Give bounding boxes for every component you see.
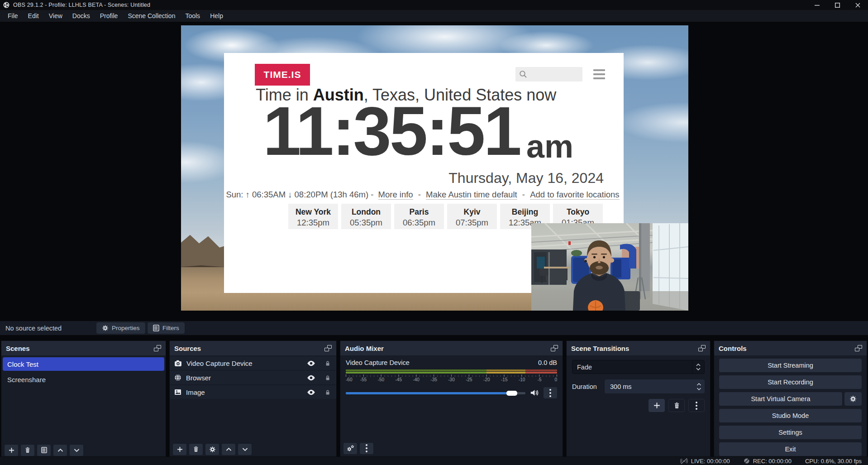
add-transition-button[interactable] [649, 399, 665, 412]
double-gear-icon [347, 445, 354, 452]
city-box: London05:35pm [341, 204, 391, 229]
virtual-camera-config-button[interactable] [844, 392, 862, 406]
speaker-icon[interactable] [530, 389, 539, 397]
sources-dock: Sources Video Capture Device Browser [169, 340, 337, 457]
source-row-browser[interactable]: Browser [170, 371, 336, 384]
add-favorite-link: Add to favorite locations [530, 190, 619, 200]
mixer-menu-button[interactable] [360, 443, 373, 454]
move-source-up-button[interactable] [222, 444, 235, 455]
source-row-video-capture[interactable]: Video Capture Device [170, 356, 336, 370]
menu-help[interactable]: Help [205, 10, 228, 22]
studio-mode-button[interactable]: Studio Mode [719, 409, 862, 422]
popout-icon[interactable] [154, 345, 161, 351]
trash-icon [193, 446, 199, 452]
sources-toolbar [170, 441, 336, 457]
exit-button[interactable]: Exit [719, 442, 862, 456]
menu-scene-collection[interactable]: Scene Collection [123, 10, 180, 22]
menu-view[interactable]: View [44, 10, 67, 22]
start-virtual-camera-button[interactable]: Start Virtual Camera [719, 392, 842, 406]
visibility-eye-icon[interactable] [307, 389, 315, 395]
sources-dock-header[interactable]: Sources [170, 341, 336, 355]
remove-source-button[interactable] [189, 444, 203, 455]
source-properties-button[interactable] [205, 444, 219, 455]
scenes-toolbar [1, 442, 166, 458]
gear-icon [849, 395, 857, 403]
lock-icon[interactable] [324, 374, 331, 381]
remove-scene-button[interactable] [21, 445, 34, 456]
menu-tools[interactable]: Tools [180, 10, 205, 22]
chevron-up-icon [57, 448, 63, 452]
advanced-audio-button[interactable] [343, 443, 357, 454]
move-scene-down-button[interactable] [70, 445, 83, 456]
lock-icon[interactable] [324, 360, 331, 367]
visibility-eye-icon[interactable] [307, 360, 315, 366]
chevron-down-icon [74, 448, 80, 452]
scene-item-clock-test[interactable]: Clock Test [3, 357, 164, 371]
sun-info: Sun: ↑ 06:35AM ↓ 08:20PM (13h 46m) - [226, 190, 373, 199]
scenes-dock: Scenes Clock Test Screenshare [1, 340, 166, 457]
lock-icon[interactable] [324, 389, 331, 396]
duration-spin-arrows[interactable] [696, 379, 701, 393]
filters-button[interactable]: Filters [148, 322, 185, 334]
timeis-logo: TIME.IS [255, 64, 310, 86]
menu-edit[interactable]: Edit [23, 10, 44, 22]
scene-item-screenshare[interactable]: Screenshare [3, 373, 164, 386]
move-scene-up-button[interactable] [53, 445, 67, 456]
add-scene-button[interactable] [5, 445, 18, 456]
remove-transition-button[interactable] [668, 399, 685, 412]
title-bar: OBS 29.1.2 - Profile: LLHLS BETA - Scene… [0, 0, 868, 10]
menu-bar: File Edit View Docks Profile Scene Colle… [0, 10, 868, 22]
camera-icon [174, 360, 182, 367]
transition-menu-button[interactable] [688, 399, 705, 412]
mixer-toolbar [340, 440, 563, 456]
maximize-button[interactable] [827, 0, 848, 10]
popout-icon[interactable] [324, 345, 332, 351]
cpu-fps-stats: CPU: 0.6%, 30.00 fps [805, 458, 862, 465]
minimize-button[interactable] [807, 0, 827, 10]
volume-meter: -60 -55 -50 -45 -40 -35 -30 -25 -20 -15 … [346, 369, 557, 383]
transitions-dock-header[interactable]: Scene Transitions [567, 341, 710, 355]
close-button[interactable] [848, 0, 868, 10]
webcam-source[interactable] [531, 223, 688, 311]
duration-input[interactable]: 300 ms [605, 379, 705, 393]
timeis-date: Thursday, May 16, 2024 [448, 170, 604, 187]
volume-slider[interactable] [346, 388, 525, 398]
filter-icon [41, 447, 47, 453]
meter-tick-marks [346, 374, 557, 377]
start-streaming-button[interactable]: Start Streaming [719, 359, 862, 372]
make-default-link: Make Austin time default [426, 190, 517, 200]
timeis-search-box [515, 67, 582, 81]
popout-icon[interactable] [551, 345, 558, 351]
visibility-eye-icon[interactable] [307, 375, 315, 381]
mixer-channel-menu-button[interactable] [544, 387, 557, 398]
move-source-down-button[interactable] [238, 444, 252, 455]
popout-icon[interactable] [855, 345, 862, 351]
mixer-db-value: 0.0 dB [538, 359, 557, 366]
settings-button[interactable]: Settings [719, 426, 862, 439]
audio-mixer-dock: Audio Mixer Video Capture Device 0.0 dB … [340, 340, 563, 457]
popout-icon[interactable] [698, 345, 706, 351]
hamburger-menu-icon [593, 69, 605, 79]
plus-icon [653, 402, 660, 409]
status-bar: LIVE: 00:00:00 REC: 00:00:00 CPU: 0.6%, … [0, 457, 868, 465]
source-row-image[interactable]: Image [170, 385, 336, 399]
clock-time: 11:35:51 [263, 96, 520, 165]
select-spin-arrows[interactable] [692, 360, 704, 374]
menu-file[interactable]: File [3, 10, 23, 22]
kebab-menu-icon [696, 402, 697, 410]
start-recording-button[interactable]: Start Recording [719, 375, 862, 389]
meter-scale-labels: -60 -55 -50 -45 -40 -35 -30 -25 -20 -15 … [346, 377, 557, 383]
volume-slider-handle[interactable] [506, 391, 517, 396]
add-source-button[interactable] [173, 444, 186, 455]
kebab-menu-icon [366, 444, 367, 452]
properties-button[interactable]: Properties [96, 322, 145, 334]
transition-select[interactable]: Fade [572, 360, 705, 374]
program-canvas[interactable]: TIME.IS Time in Austin, Texas, United St… [181, 25, 688, 311]
menu-docks[interactable]: Docks [67, 10, 95, 22]
menu-profile[interactable]: Profile [95, 10, 123, 22]
chevron-up-icon [226, 447, 232, 451]
controls-dock-header[interactable]: Controls [714, 341, 867, 355]
scene-filters-button[interactable] [37, 445, 51, 456]
scenes-dock-header[interactable]: Scenes [1, 341, 166, 355]
audio-mixer-dock-header[interactable]: Audio Mixer [340, 341, 563, 355]
